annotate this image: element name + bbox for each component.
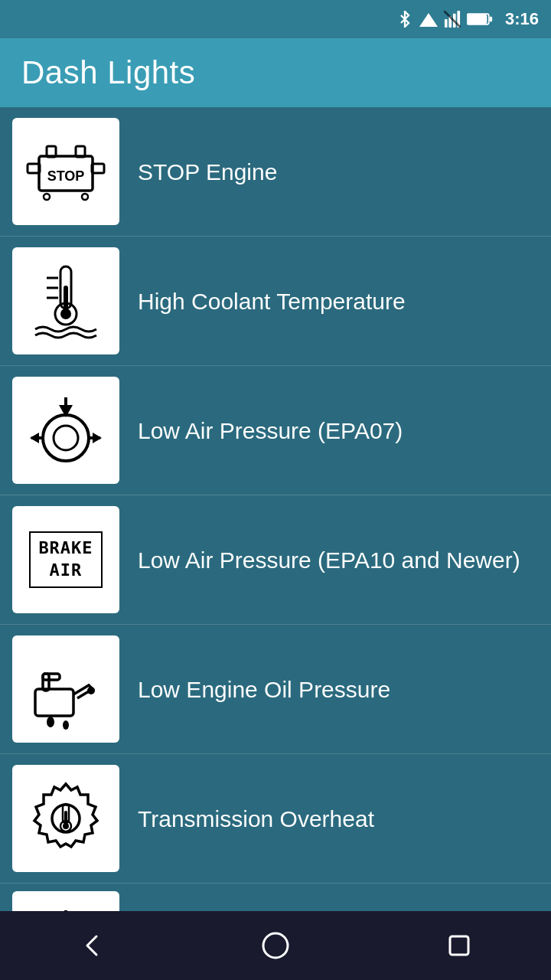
transmission-label: Transmission Overheat xyxy=(138,804,374,834)
back-button[interactable] xyxy=(69,923,115,969)
svg-point-24 xyxy=(43,415,89,461)
low-air-pressure-epa07-icon xyxy=(12,377,119,484)
svg-marker-0 xyxy=(419,13,438,27)
coolant-temp-label: High Coolant Temperature xyxy=(138,286,406,316)
stop-engine-icon: STOP xyxy=(12,118,119,225)
svg-point-20 xyxy=(60,309,71,319)
bluetooth-icon xyxy=(396,11,413,28)
status-bar: 3:16 xyxy=(0,0,551,38)
brake-air-icon: BRAKEAIR xyxy=(12,506,119,613)
nav-bar xyxy=(0,911,551,980)
svg-rect-1 xyxy=(445,19,448,28)
oil-pressure-label: Low Engine Oil Pressure xyxy=(138,675,390,704)
list-item[interactable]: Transmission Overheat xyxy=(0,754,551,884)
recents-icon xyxy=(444,930,474,961)
oil-pressure-icon xyxy=(12,635,119,743)
svg-rect-32 xyxy=(35,689,73,716)
battery-icon xyxy=(467,11,493,28)
home-button[interactable] xyxy=(253,923,298,969)
svg-point-33 xyxy=(87,687,95,694)
stop-engine-label: STOP Engine xyxy=(138,157,277,187)
svg-point-15 xyxy=(82,194,88,200)
svg-rect-7 xyxy=(468,15,487,24)
transmission-icon xyxy=(12,765,119,872)
brake-air-text: BRAKEAIR xyxy=(29,531,102,587)
svg-point-36 xyxy=(47,717,54,727)
svg-point-42 xyxy=(63,823,69,829)
wifi-icon xyxy=(419,11,438,28)
low-air-pressure-epa10-label: Low Air Pressure (EPA10 and Newer) xyxy=(138,545,520,575)
svg-point-37 xyxy=(63,720,69,730)
low-air-pressure-epa07-label: Low Air Pressure (EPA07) xyxy=(138,416,403,446)
list-item[interactable]: Low Engine Oil Pressure xyxy=(0,625,551,754)
signal-icon xyxy=(444,11,461,28)
dash-lights-list: STOP STOP Engine High Coolant Temperat xyxy=(0,107,551,980)
list-item[interactable]: STOP STOP Engine xyxy=(0,107,551,237)
svg-text:STOP: STOP xyxy=(47,168,85,184)
svg-marker-31 xyxy=(93,433,102,443)
coolant-temp-icon xyxy=(12,247,119,354)
list-item[interactable]: BRAKEAIR Low Air Pressure (EPA10 and New… xyxy=(0,495,551,625)
status-time: 3:16 xyxy=(505,9,539,29)
svg-point-25 xyxy=(54,426,78,450)
svg-point-49 xyxy=(263,933,288,958)
list-item[interactable]: Low Air Pressure (EPA07) xyxy=(0,366,551,495)
back-icon xyxy=(77,930,107,961)
svg-rect-35 xyxy=(43,674,60,680)
svg-point-14 xyxy=(44,194,50,200)
status-icons: 3:16 xyxy=(396,9,539,29)
page-title: Dash Lights xyxy=(21,54,195,91)
recents-button[interactable] xyxy=(436,923,482,969)
svg-rect-50 xyxy=(450,936,468,955)
list-item[interactable]: High Coolant Temperature xyxy=(0,237,551,366)
svg-rect-8 xyxy=(490,17,492,22)
app-header: Dash Lights xyxy=(0,38,551,107)
home-icon xyxy=(260,930,291,961)
svg-marker-29 xyxy=(30,433,39,443)
